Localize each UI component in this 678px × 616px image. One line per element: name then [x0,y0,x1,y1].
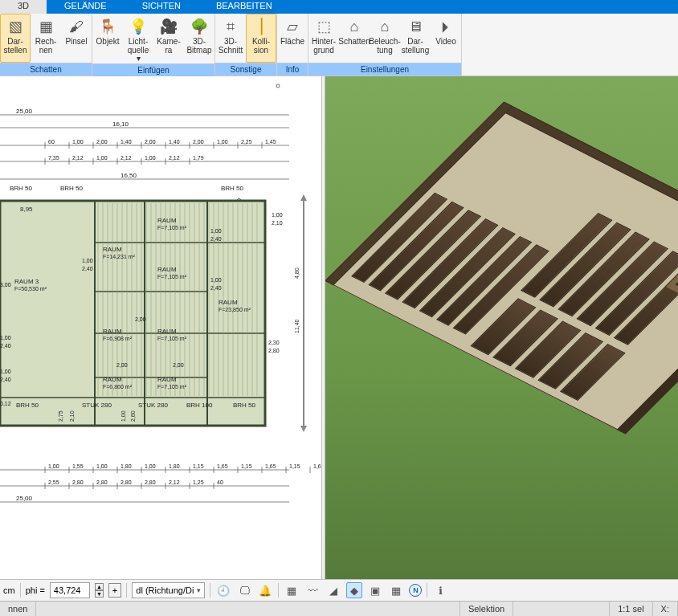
svg-text:2,10: 2,10 [69,410,75,422]
clock-icon[interactable]: 🕘 [215,582,231,598]
btn-darstellung[interactable]: 🖥Dar- stellung [400,14,431,63]
svg-text:1,25: 1,25 [193,479,204,485]
svg-text:2,00: 2,00 [116,362,128,368]
group-label-einstellungen: Einstellungen [308,63,461,75]
svg-text:1,00: 1,00 [72,139,84,145]
bell-icon[interactable]: 🔔 [257,582,273,598]
svg-text:1,00: 1,00 [217,139,228,145]
status-bar: nnen Selektion 1:1 sel X: [0,601,678,616]
btn-darstellen[interactable]: ▧Dar- stellen [0,14,31,63]
btn-pinsel[interactable]: 🖌Pinsel [61,14,92,63]
plane-icon[interactable]: ◆ [346,582,362,598]
group-label-info: Info [277,63,308,75]
btn-lichtquelle[interactable]: 💡Licht- quelle ▾ [123,14,153,63]
cube-icon: ▦ [35,16,56,37]
svg-text:RAUM: RAUM [157,376,177,383]
view-3d-pane[interactable] [325,76,678,579]
area-icon: ▱ [282,16,303,37]
svg-text:RAUM: RAUM [157,328,177,335]
tab-gelaende[interactable]: GELÄNDE [47,0,125,14]
grid-icon[interactable]: ▦ [388,582,404,598]
svg-text:1,15: 1,15 [289,463,300,469]
svg-text:2,12: 2,12 [120,155,132,161]
group-label-einfuegen: Einfügen [92,63,214,76]
screen-icon[interactable]: 🖵 [236,582,252,598]
svg-text:BRH 50: BRH 50 [221,185,244,192]
btn-3d-schnitt[interactable]: ⌗3D- Schnitt [215,14,246,63]
svg-text:RAUM: RAUM [103,328,122,335]
svg-text:BRH 50: BRH 50 [233,402,256,409]
svg-text:1,00: 1,00 [96,463,108,469]
svg-text:2,40: 2,40 [82,266,93,271]
btn-beleuchtung[interactable]: ⌂Beleuch- tung [370,14,400,63]
svg-text:F=50,530 m²: F=50,530 m² [14,286,47,292]
svg-text:2,00: 2,00 [145,139,156,145]
play-icon: ⏵ [435,16,456,37]
svg-text:RAUM: RAUM [157,266,177,273]
chevron-down-icon: ▾ [197,586,201,594]
status-left: nnen [0,602,36,616]
group-label-sonstige: Sonstige [215,63,276,75]
svg-text:1,65: 1,65 [265,463,276,469]
collision-icon: ⎮ [251,16,272,37]
line-icon[interactable]: 〰 [304,582,321,598]
tab-3d[interactable]: 3D [0,0,47,14]
north-icon[interactable]: N [409,584,422,597]
svg-text:1,00: 1,00 [0,335,11,341]
tab-sichten[interactable]: SICHTEN [125,0,198,14]
btn-kamera[interactable]: 🎥Kame- ra [153,14,184,63]
svg-text:1,00: 1,00 [145,155,156,161]
svg-text:BRH 50: BRH 50 [10,185,33,192]
phi-spinner[interactable]: ▲▼ [95,583,104,598]
btn-3d-bitmap[interactable]: 🌳3D- Bitmap [184,14,214,63]
status-x: X: [653,602,678,616]
svg-text:25,00: 25,00 [16,495,33,502]
phi-input[interactable] [50,582,90,598]
btn-rechnen[interactable]: ▦Rech- nen [31,14,61,63]
svg-text:1,40: 1,40 [169,139,180,145]
svg-text:7,35: 7,35 [48,155,59,161]
bottom-toolbar: cm phi = ▲▼ + dl (Richtung/Di▾ 🕘 🖵 🔔 ▦ 〰… [0,579,678,601]
svg-text:2,80: 2,80 [72,479,84,485]
group-label-schatten: Schatten [0,63,92,75]
cube2-icon[interactable]: ▣ [367,582,383,598]
cube-highlight-icon: ▧ [5,16,26,37]
direction-combo[interactable]: dl (Richtung/Di▾ [132,582,205,598]
btn-flaeche[interactable]: ▱Fläche [277,14,308,63]
svg-text:F=6,860 m²: F=6,860 m² [103,384,133,390]
brush-icon: 🖌 [66,16,87,37]
svg-marker-186 [300,426,307,432]
layer-icon[interactable]: ▦ [284,582,300,598]
svg-text:F=23,850 m²: F=23,850 m² [219,307,251,312]
status-selektion: Selektion [460,602,513,616]
svg-text:F=7,105 m²: F=7,105 m² [157,336,187,341]
btn-video[interactable]: ⏵Video [431,14,461,63]
btn-hintergrund[interactable]: ⬚Hinter- grund [308,14,339,63]
plus-button[interactable]: + [108,583,121,598]
btn-objekt[interactable]: 🪑Objekt [92,14,123,63]
svg-text:1,65: 1,65 [217,463,228,469]
tab-bearbeiten[interactable]: BEARBEITEN [198,0,290,14]
unit-label: cm [3,585,15,595]
svg-text:RAUM: RAUM [103,246,122,253]
svg-text:F=6,908 m²: F=6,908 m² [103,336,133,341]
section-icon: ⌗ [220,16,241,37]
btn-schatten-settings[interactable]: ⌂Schatten [339,14,370,63]
svg-text:2,12: 2,12 [169,155,180,161]
info-icon[interactable]: ℹ [432,582,448,598]
angle-icon[interactable]: ◢ [325,582,341,598]
svg-text:2,40: 2,40 [210,236,222,242]
plan-2d-pane[interactable]: 25,00 16,10 601,002,001,402,001,402,001,… [0,76,321,579]
svg-text:1,15: 1,15 [193,463,204,469]
svg-text:2,10: 2,10 [272,220,283,226]
svg-text:2,80: 2,80 [96,479,108,485]
house-light-icon: ⌂ [374,16,395,37]
svg-text:1,00: 1,00 [210,228,222,234]
btn-kollision[interactable]: ⎮Kolli- sion [246,14,276,63]
svg-text:STUK 280: STUK 280 [138,402,168,409]
svg-text:2,80: 2,80 [145,479,156,485]
bg-icon: ⬚ [313,16,334,37]
plan-svg[interactable]: 25,00 16,10 601,002,001,402,001,402,001,… [0,76,321,579]
svg-text:40: 40 [217,479,223,485]
svg-text:1,55: 1,55 [72,463,84,469]
